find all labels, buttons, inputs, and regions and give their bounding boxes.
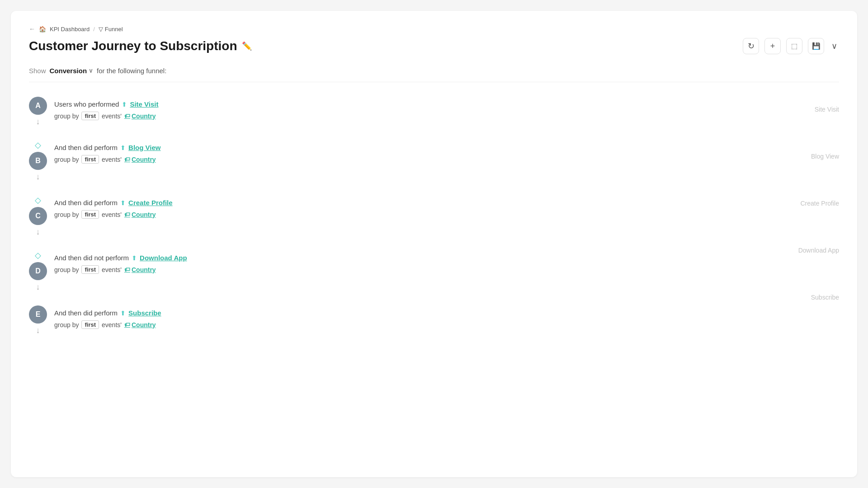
step-c-arrow: ↓ (36, 228, 40, 236)
show-label: Show (29, 67, 46, 75)
step-a-groupby-label: group by (54, 113, 79, 120)
show-bar: Show Conversion ∨ for the following funn… (29, 67, 839, 82)
step-b-first-badge: first (81, 155, 99, 164)
save-button[interactable]: 💾 (808, 38, 824, 54)
step-d-left: ◇ D ↓ (29, 250, 47, 291)
add-icon: + (770, 42, 775, 51)
step-c-event-icon: ⬆ (120, 199, 126, 206)
step-e-description: And then did perform ⬆ Subscribe (54, 309, 326, 317)
funnel-icon: ▽ (99, 26, 103, 33)
step-d-event-link[interactable]: Download App (140, 254, 187, 262)
add-button[interactable]: + (764, 38, 781, 54)
share-button[interactable]: ⬚ (786, 38, 802, 54)
step-b-arrow: ↓ (36, 173, 40, 181)
conversion-dropdown[interactable]: Conversion ∨ (50, 67, 94, 75)
step-e-left: E ↓ (29, 305, 47, 334)
step-a-content: Users who performed ⬆ Site Visit group b… (54, 97, 326, 120)
step-a-left: A ↓ (29, 97, 47, 126)
step-a-country-link[interactable]: 🏷 Country (124, 113, 156, 120)
conversion-chevron-icon: ∨ (89, 67, 93, 74)
refresh-icon: ↻ (748, 41, 755, 51)
right-label-subscribe: Subscribe (354, 294, 839, 301)
funnel-step-a: A ↓ Users who performed ⬆ Site Visit gro… (29, 97, 326, 126)
step-d-country-label: Country (132, 266, 156, 273)
step-c-events-label: events' (102, 211, 122, 218)
step-a-country-label: Country (132, 113, 156, 120)
right-label-download-app: Download App (354, 247, 839, 254)
step-b-groupby-label: group by (54, 156, 79, 163)
step-b-diamond-icon: ◇ (35, 140, 41, 150)
funnel-step-e: E ↓ And then did perform ⬆ Subscribe gro… (29, 305, 326, 334)
step-d-groupby: group by first events' 🏷 Country (54, 265, 326, 274)
step-a-arrow: ↓ (36, 117, 40, 126)
for-label: for the following funnel: (97, 67, 166, 75)
step-c-groupby-label: group by (54, 211, 79, 218)
right-labels: Site Visit Blog View Create Profile Down… (336, 97, 839, 349)
step-e-country-link[interactable]: 🏷 Country (124, 321, 156, 328)
step-a-description: Users who performed ⬆ Site Visit (54, 100, 326, 108)
step-c-content: And then did perform ⬆ Create Profile gr… (54, 195, 326, 219)
conversion-label: Conversion (50, 67, 87, 75)
step-c-description: And then did perform ⬆ Create Profile (54, 199, 326, 206)
step-a-tag-icon: 🏷 (124, 113, 130, 119)
breadcrumb-funnel-label: Funnel (105, 26, 123, 33)
step-a-event-link[interactable]: Site Visit (130, 100, 158, 108)
step-d-circle: D (29, 262, 47, 280)
right-label-site-visit: Site Visit (354, 106, 839, 113)
breadcrumb-separator: / (93, 26, 95, 33)
step-e-arrow: ↓ (36, 326, 40, 334)
step-c-left: ◇ C ↓ (29, 195, 47, 236)
back-button[interactable]: ← (29, 25, 35, 33)
step-d-description: And then did not perform ⬆ Download App (54, 254, 326, 262)
right-label-create-profile: Create Profile (354, 200, 839, 207)
breadcrumb-dashboard[interactable]: KPI Dashboard (50, 26, 90, 33)
step-a-prefix: Users who performed (54, 100, 119, 108)
refresh-button[interactable]: ↻ (743, 38, 759, 54)
step-b-country-link[interactable]: 🏷 Country (124, 156, 156, 163)
page-header: Customer Journey to Subscription ✏️ ↻ + … (29, 38, 839, 54)
step-c-prefix: And then did perform (54, 199, 118, 206)
step-d-country-link[interactable]: 🏷 Country (124, 266, 156, 273)
edit-title-icon[interactable]: ✏️ (242, 41, 252, 51)
step-a-event-icon: ⬆ (122, 101, 127, 108)
step-c-country-link[interactable]: 🏷 Country (124, 211, 156, 218)
step-c-event-link[interactable]: Create Profile (128, 199, 173, 206)
page-title-text: Customer Journey to Subscription (29, 39, 237, 53)
step-c-circle: C (29, 207, 47, 225)
step-b-left: ◇ B ↓ (29, 140, 47, 181)
dashboard-icon: 🏠 (39, 26, 46, 33)
header-chevron-icon[interactable]: ∨ (830, 39, 839, 53)
right-label-blog-view: Blog View (354, 153, 839, 160)
step-b-country-label: Country (132, 156, 156, 163)
step-d-event-icon: ⬆ (132, 254, 137, 262)
share-icon: ⬚ (791, 42, 797, 50)
step-a-circle: A (29, 97, 47, 115)
header-actions: ↻ + ⬚ 💾 ∨ (743, 38, 839, 54)
step-a-groupby: group by first events' 🏷 Country (54, 112, 326, 120)
breadcrumb-funnel[interactable]: ▽ Funnel (99, 26, 123, 33)
step-a-events-label: events' (102, 113, 122, 120)
step-c-country-label: Country (132, 211, 156, 218)
step-b-groupby: group by first events' 🏷 Country (54, 155, 326, 164)
page-title: Customer Journey to Subscription ✏️ (29, 39, 252, 53)
step-e-event-icon: ⬆ (120, 310, 126, 317)
funnel-step-d: ◇ D ↓ And then did not perform ⬆ Downloa… (29, 250, 326, 291)
step-e-tag-icon: 🏷 (124, 321, 130, 328)
step-b-description: And then did perform ⬆ Blog View (54, 144, 326, 151)
step-d-groupby-label: group by (54, 266, 79, 273)
step-e-groupby-label: group by (54, 321, 79, 328)
step-e-event-link[interactable]: Subscribe (128, 309, 161, 317)
step-c-diamond-icon: ◇ (35, 195, 41, 205)
step-d-diamond-icon: ◇ (35, 250, 41, 260)
step-e-circle: E (29, 305, 47, 324)
main-container: ← 🏠 KPI Dashboard / ▽ Funnel Customer Jo… (0, 0, 868, 488)
step-e-events-label: events' (102, 321, 122, 328)
step-b-event-link[interactable]: Blog View (128, 144, 160, 151)
step-b-tag-icon: 🏷 (124, 156, 130, 163)
step-c-first-badge: first (81, 210, 99, 219)
content-panel: ← 🏠 KPI Dashboard / ▽ Funnel Customer Jo… (11, 11, 857, 477)
step-d-first-badge: first (81, 265, 99, 274)
step-e-prefix: And then did perform (54, 309, 118, 317)
funnel-steps: A ↓ Users who performed ⬆ Site Visit gro… (29, 97, 336, 349)
step-d-content: And then did not perform ⬆ Download App … (54, 250, 326, 274)
